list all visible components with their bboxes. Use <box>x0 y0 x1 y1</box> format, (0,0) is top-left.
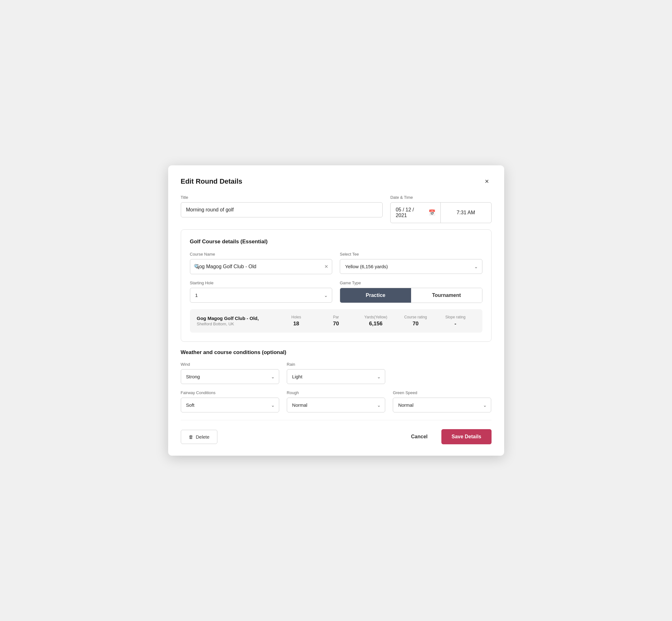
course-info-bar: Gog Magog Golf Club - Old, Shelford Bott… <box>190 309 482 333</box>
rain-wrap: NoneLightModerateHeavy ⌄ <box>287 369 385 384</box>
course-name-display: Gog Magog Golf Club - Old, <box>197 316 277 321</box>
modal-header: Edit Round Details × <box>181 177 492 186</box>
date-time-field: 05 / 12 / 2021 📅 7:31 AM <box>390 202 491 223</box>
holes-label: Holes <box>277 315 316 319</box>
golf-course-section-title: Golf Course details (Essential) <box>190 239 482 245</box>
course-rating-value: 70 <box>395 321 435 327</box>
game-type-label: Game Type <box>340 281 482 285</box>
rain-group: Rain NoneLightModerateHeavy ⌄ <box>287 362 385 384</box>
par-label: Par <box>316 315 356 319</box>
wind-dropdown[interactable]: NoneLightModerateStrong <box>181 369 279 384</box>
delete-label: Delete <box>196 434 209 440</box>
starting-hole-game-row: Starting Hole 1234 5678 910 ⌄ Game Type … <box>190 281 482 303</box>
footer-row: 🗑 Delete Cancel Save Details <box>181 429 492 444</box>
clear-icon[interactable]: ✕ <box>324 264 328 270</box>
green-speed-group: Green Speed SlowNormalFast ⌄ <box>393 390 491 412</box>
datetime-group: Date & Time 05 / 12 / 2021 📅 7:31 AM <box>390 195 491 223</box>
practice-button[interactable]: Practice <box>340 288 411 303</box>
game-type-toggle: Practice Tournament <box>340 288 482 303</box>
fairway-label: Fairway Conditions <box>181 390 279 395</box>
wind-group: Wind NoneLightModerateStrong ⌄ <box>181 362 279 384</box>
rough-wrap: ShortNormalLong ⌄ <box>287 398 385 412</box>
slope-rating-value: - <box>435 321 475 327</box>
starting-hole-dropdown[interactable]: 1234 5678 910 <box>190 288 333 303</box>
starting-hole-group: Starting Hole 1234 5678 910 ⌄ <box>190 281 333 303</box>
date-value: 05 / 12 / 2021 <box>395 207 426 218</box>
date-field[interactable]: 05 / 12 / 2021 📅 <box>390 203 440 223</box>
title-group: Title <box>181 195 383 217</box>
select-tee-wrap: Yellow (6,156 yards) White Red Blue ⌄ <box>340 259 482 274</box>
title-input[interactable] <box>181 202 383 217</box>
holes-stat: Holes 18 <box>277 315 316 327</box>
delete-button[interactable]: 🗑 Delete <box>181 430 217 444</box>
fairway-group: Fairway Conditions SoftNormalHard ⌄ <box>181 390 279 412</box>
course-name-input[interactable] <box>190 259 333 274</box>
slope-rating-label: Slope rating <box>435 315 475 319</box>
footer-divider <box>181 420 492 420</box>
par-stat: Par 70 <box>316 315 356 327</box>
fairway-wrap: SoftNormalHard ⌄ <box>181 398 279 412</box>
weather-section-title: Weather and course conditions (optional) <box>181 349 492 356</box>
par-value: 70 <box>316 321 356 327</box>
weather-section: Weather and course conditions (optional)… <box>181 349 492 412</box>
fairway-dropdown[interactable]: SoftNormalHard <box>181 398 279 412</box>
rough-dropdown[interactable]: ShortNormalLong <box>287 398 385 412</box>
holes-value: 18 <box>277 321 316 327</box>
select-tee-label: Select Tee <box>340 252 482 256</box>
course-name-label: Course Name <box>190 252 333 256</box>
course-info-name: Gog Magog Golf Club - Old, Shelford Bott… <box>197 316 277 326</box>
yards-stat: Yards(Yellow) 6,156 <box>356 315 395 327</box>
yards-value: 6,156 <box>356 321 395 327</box>
wind-label: Wind <box>181 362 279 367</box>
modal: Edit Round Details × Title Date & Time 0… <box>168 165 504 456</box>
save-button[interactable]: Save Details <box>442 429 491 444</box>
title-date-row: Title Date & Time 05 / 12 / 2021 📅 7:31 … <box>181 195 492 223</box>
time-field[interactable]: 7:31 AM <box>441 203 491 223</box>
rain-dropdown[interactable]: NoneLightModerateHeavy <box>287 369 385 384</box>
calendar-icon: 📅 <box>428 209 435 216</box>
modal-title: Edit Round Details <box>181 177 243 185</box>
tournament-button[interactable]: Tournament <box>411 288 482 303</box>
green-speed-label: Green Speed <box>393 390 491 395</box>
title-label: Title <box>181 195 383 200</box>
starting-hole-label: Starting Hole <box>190 281 333 285</box>
rough-label: Rough <box>287 390 385 395</box>
golf-course-section: Golf Course details (Essential) Course N… <box>181 230 492 342</box>
select-tee-group: Select Tee Yellow (6,156 yards) White Re… <box>340 252 482 274</box>
rough-group: Rough ShortNormalLong ⌄ <box>287 390 385 412</box>
slope-rating-stat: Slope rating - <box>435 315 475 327</box>
course-tee-row: Course Name 🔍 ✕ Select Tee Yellow (6,156… <box>190 252 482 274</box>
course-location: Shelford Bottom, UK <box>197 322 277 326</box>
wind-rain-row: Wind NoneLightModerateStrong ⌄ Rain None… <box>181 362 492 384</box>
datetime-label: Date & Time <box>390 195 491 200</box>
starting-hole-wrap: 1234 5678 910 ⌄ <box>190 288 333 303</box>
game-type-group: Game Type Practice Tournament <box>340 281 482 303</box>
rain-label: Rain <box>287 362 385 367</box>
course-rating-label: Course rating <box>395 315 435 319</box>
search-icon: 🔍 <box>194 264 200 270</box>
select-tee-dropdown[interactable]: Yellow (6,156 yards) White Red Blue <box>340 259 482 274</box>
green-speed-dropdown[interactable]: SlowNormalFast <box>393 398 491 412</box>
close-button[interactable]: × <box>482 177 492 186</box>
trash-icon: 🗑 <box>189 434 194 440</box>
time-value: 7:31 AM <box>457 210 475 215</box>
green-speed-wrap: SlowNormalFast ⌄ <box>393 398 491 412</box>
course-name-group: Course Name 🔍 ✕ <box>190 252 333 274</box>
cancel-button[interactable]: Cancel <box>405 430 434 444</box>
footer-right: Cancel Save Details <box>405 429 492 444</box>
course-search-wrap: 🔍 ✕ <box>190 259 333 274</box>
fairway-rough-green-row: Fairway Conditions SoftNormalHard ⌄ Roug… <box>181 390 492 412</box>
wind-wrap: NoneLightModerateStrong ⌄ <box>181 369 279 384</box>
course-rating-stat: Course rating 70 <box>395 315 435 327</box>
yards-label: Yards(Yellow) <box>356 315 395 319</box>
